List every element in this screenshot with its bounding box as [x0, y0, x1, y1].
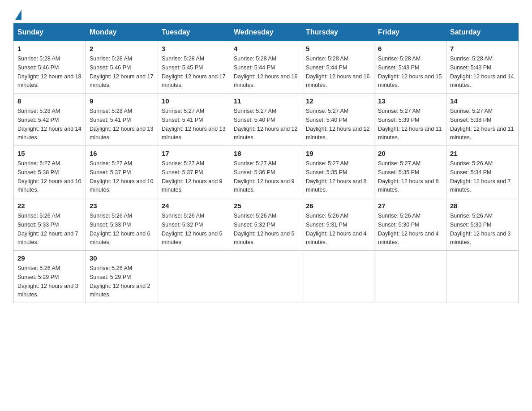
calendar-cell: 5 Sunrise: 5:28 AMSunset: 5:44 PMDayligh… — [302, 41, 374, 94]
day-info: Sunrise: 5:26 AMSunset: 5:29 PMDaylight:… — [17, 265, 78, 298]
day-number: 8 — [17, 97, 82, 105]
day-info: Sunrise: 5:26 AMSunset: 5:30 PMDaylight:… — [450, 213, 511, 245]
day-info: Sunrise: 5:27 AMSunset: 5:40 PMDaylight:… — [234, 108, 297, 141]
calendar-cell: 20 Sunrise: 5:27 AMSunset: 5:35 PMDaylig… — [374, 146, 446, 198]
day-info: Sunrise: 5:27 AMSunset: 5:41 PMDaylight:… — [162, 108, 225, 141]
day-info: Sunrise: 5:26 AMSunset: 5:33 PMDaylight:… — [90, 213, 150, 245]
day-info: Sunrise: 5:27 AMSunset: 5:35 PMDaylight:… — [306, 160, 367, 193]
day-number: 12 — [306, 97, 370, 105]
weekday-header-saturday: Saturday — [446, 24, 519, 41]
day-number: 20 — [378, 150, 442, 157]
weekday-header-sunday: Sunday — [14, 24, 86, 41]
calendar-cell — [158, 251, 230, 303]
day-info: Sunrise: 5:27 AMSunset: 5:35 PMDaylight:… — [378, 160, 439, 193]
calendar-cell: 7 Sunrise: 5:28 AMSunset: 5:43 PMDayligh… — [446, 41, 519, 94]
day-number: 27 — [378, 202, 442, 210]
day-info: Sunrise: 5:28 AMSunset: 5:44 PMDaylight:… — [234, 56, 297, 88]
calendar-cell: 2 Sunrise: 5:28 AMSunset: 5:46 PMDayligh… — [86, 41, 158, 94]
day-info: Sunrise: 5:28 AMSunset: 5:41 PMDaylight:… — [90, 108, 153, 141]
calendar-cell: 29 Sunrise: 5:26 AMSunset: 5:29 PMDaylig… — [14, 251, 86, 303]
day-number: 24 — [162, 202, 226, 210]
calendar-cell: 19 Sunrise: 5:27 AMSunset: 5:35 PMDaylig… — [302, 146, 374, 198]
calendar-cell: 22 Sunrise: 5:26 AMSunset: 5:33 PMDaylig… — [14, 198, 86, 251]
day-info: Sunrise: 5:27 AMSunset: 5:40 PMDaylight:… — [306, 108, 369, 141]
day-number: 11 — [234, 97, 298, 105]
calendar-week-row: 15 Sunrise: 5:27 AMSunset: 5:38 PMDaylig… — [14, 146, 519, 198]
calendar-cell: 8 Sunrise: 5:28 AMSunset: 5:42 PMDayligh… — [14, 94, 86, 146]
calendar-cell — [230, 251, 302, 303]
day-number: 1 — [17, 45, 82, 52]
calendar-cell — [446, 251, 519, 303]
calendar-cell: 4 Sunrise: 5:28 AMSunset: 5:44 PMDayligh… — [230, 41, 302, 94]
calendar-cell: 9 Sunrise: 5:28 AMSunset: 5:41 PMDayligh… — [86, 94, 158, 146]
day-info: Sunrise: 5:26 AMSunset: 5:30 PMDaylight:… — [378, 213, 439, 245]
weekday-header-monday: Monday — [86, 24, 158, 41]
calendar-header-row: SundayMondayTuesdayWednesdayThursdayFrid… — [14, 24, 519, 41]
day-number: 13 — [378, 97, 442, 105]
day-info: Sunrise: 5:27 AMSunset: 5:38 PMDaylight:… — [17, 160, 81, 193]
calendar-cell — [374, 251, 446, 303]
logo-blue-text — [13, 9, 21, 19]
calendar-cell: 30 Sunrise: 5:26 AMSunset: 5:29 PMDaylig… — [86, 251, 158, 303]
day-info: Sunrise: 5:28 AMSunset: 5:46 PMDaylight:… — [90, 56, 153, 88]
day-number: 21 — [450, 150, 515, 157]
day-number: 14 — [450, 97, 515, 105]
day-number: 22 — [17, 202, 82, 210]
day-info: Sunrise: 5:26 AMSunset: 5:34 PMDaylight:… — [450, 160, 511, 193]
calendar-cell: 17 Sunrise: 5:27 AMSunset: 5:37 PMDaylig… — [158, 146, 230, 198]
weekday-header-friday: Friday — [374, 24, 446, 41]
day-info: Sunrise: 5:27 AMSunset: 5:37 PMDaylight:… — [90, 160, 153, 193]
day-number: 29 — [17, 254, 82, 262]
calendar-cell: 23 Sunrise: 5:26 AMSunset: 5:33 PMDaylig… — [86, 198, 158, 251]
calendar-cell: 3 Sunrise: 5:28 AMSunset: 5:45 PMDayligh… — [158, 41, 230, 94]
calendar-cell: 16 Sunrise: 5:27 AMSunset: 5:37 PMDaylig… — [86, 146, 158, 198]
calendar-cell — [302, 251, 374, 303]
day-info: Sunrise: 5:26 AMSunset: 5:33 PMDaylight:… — [17, 213, 78, 245]
weekday-header-wednesday: Wednesday — [230, 24, 302, 41]
day-info: Sunrise: 5:28 AMSunset: 5:44 PMDaylight:… — [306, 56, 369, 88]
day-number: 10 — [162, 97, 226, 105]
calendar-cell: 18 Sunrise: 5:27 AMSunset: 5:36 PMDaylig… — [230, 146, 302, 198]
day-info: Sunrise: 5:28 AMSunset: 5:46 PMDaylight:… — [17, 56, 81, 88]
logo — [13, 9, 21, 19]
weekday-header-thursday: Thursday — [302, 24, 374, 41]
day-info: Sunrise: 5:28 AMSunset: 5:43 PMDaylight:… — [450, 56, 514, 88]
weekday-header-tuesday: Tuesday — [158, 24, 230, 41]
day-number: 4 — [234, 45, 298, 52]
calendar-week-row: 8 Sunrise: 5:28 AMSunset: 5:42 PMDayligh… — [14, 94, 519, 146]
day-info: Sunrise: 5:28 AMSunset: 5:42 PMDaylight:… — [17, 108, 81, 141]
day-number: 28 — [450, 202, 515, 210]
day-info: Sunrise: 5:26 AMSunset: 5:32 PMDaylight:… — [162, 213, 223, 245]
day-number: 15 — [17, 150, 82, 157]
day-number: 18 — [234, 150, 298, 157]
day-number: 16 — [90, 150, 154, 157]
day-number: 3 — [162, 45, 226, 52]
page-header — [13, 9, 519, 19]
day-info: Sunrise: 5:26 AMSunset: 5:32 PMDaylight:… — [234, 213, 295, 245]
day-info: Sunrise: 5:27 AMSunset: 5:36 PMDaylight:… — [234, 160, 295, 193]
day-number: 2 — [90, 45, 154, 52]
day-info: Sunrise: 5:28 AMSunset: 5:45 PMDaylight:… — [162, 56, 225, 88]
calendar-cell: 21 Sunrise: 5:26 AMSunset: 5:34 PMDaylig… — [446, 146, 519, 198]
calendar-cell: 24 Sunrise: 5:26 AMSunset: 5:32 PMDaylig… — [158, 198, 230, 251]
day-info: Sunrise: 5:27 AMSunset: 5:39 PMDaylight:… — [378, 108, 442, 141]
calendar-cell: 26 Sunrise: 5:26 AMSunset: 5:31 PMDaylig… — [302, 198, 374, 251]
calendar-week-row: 1 Sunrise: 5:28 AMSunset: 5:46 PMDayligh… — [14, 41, 519, 94]
calendar-cell: 27 Sunrise: 5:26 AMSunset: 5:30 PMDaylig… — [374, 198, 446, 251]
day-info: Sunrise: 5:27 AMSunset: 5:38 PMDaylight:… — [450, 108, 514, 141]
calendar-cell: 14 Sunrise: 5:27 AMSunset: 5:38 PMDaylig… — [446, 94, 519, 146]
calendar-week-row: 22 Sunrise: 5:26 AMSunset: 5:33 PMDaylig… — [14, 198, 519, 251]
calendar-cell: 28 Sunrise: 5:26 AMSunset: 5:30 PMDaylig… — [446, 198, 519, 251]
calendar-cell: 15 Sunrise: 5:27 AMSunset: 5:38 PMDaylig… — [14, 146, 86, 198]
calendar-cell: 11 Sunrise: 5:27 AMSunset: 5:40 PMDaylig… — [230, 94, 302, 146]
day-info: Sunrise: 5:28 AMSunset: 5:43 PMDaylight:… — [378, 56, 442, 88]
calendar-cell: 13 Sunrise: 5:27 AMSunset: 5:39 PMDaylig… — [374, 94, 446, 146]
calendar-cell: 6 Sunrise: 5:28 AMSunset: 5:43 PMDayligh… — [374, 41, 446, 94]
day-number: 30 — [90, 254, 154, 262]
day-number: 23 — [90, 202, 154, 210]
calendar-week-row: 29 Sunrise: 5:26 AMSunset: 5:29 PMDaylig… — [14, 251, 519, 303]
day-number: 17 — [162, 150, 226, 157]
day-number: 19 — [306, 150, 370, 157]
day-number: 26 — [306, 202, 370, 210]
calendar-cell: 12 Sunrise: 5:27 AMSunset: 5:40 PMDaylig… — [302, 94, 374, 146]
